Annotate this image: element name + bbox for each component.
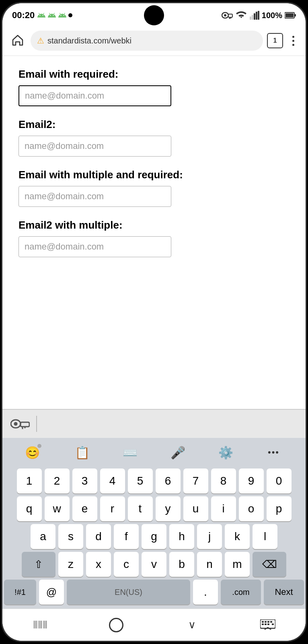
zxcv-row: ⇧ z x c v b n m ⌫ [4, 552, 304, 577]
email-input-2[interactable]: name@domain.com [18, 136, 171, 157]
key-9[interactable]: 9 [239, 469, 264, 493]
menu-dot-1 [292, 36, 294, 38]
key-d[interactable]: d [86, 524, 111, 549]
more-button[interactable]: ••• [262, 442, 286, 463]
key-8[interactable]: 8 [211, 469, 236, 493]
url-bar[interactable]: ⚠ standardista.com/webki [31, 31, 263, 51]
key-z[interactable]: z [58, 552, 83, 577]
clipboard-button[interactable]: 📋 [70, 442, 94, 463]
keyboard-hide-icon [260, 619, 275, 631]
key-6[interactable]: 6 [156, 469, 181, 493]
key-a[interactable]: a [31, 524, 55, 549]
battery-icon [285, 12, 296, 19]
key-r[interactable]: r [100, 496, 125, 521]
signal-icon [250, 11, 259, 20]
mic-button[interactable]: 🎤 [166, 442, 190, 463]
key-2[interactable]: 2 [45, 469, 70, 493]
bottom-row: !#1 @ EN(US) . .com Next [4, 580, 304, 605]
key-7[interactable]: 7 [183, 469, 208, 493]
key-l[interactable]: l [253, 524, 277, 549]
email-input-4[interactable]: name@domain.com [18, 236, 171, 257]
settings-icon: ⚙️ [218, 446, 233, 460]
key-g[interactable]: g [142, 524, 166, 549]
svg-rect-23 [272, 623, 274, 625]
key-bar-divider [36, 416, 37, 432]
number-row: 1 2 3 4 5 6 7 8 9 0 [4, 469, 304, 493]
email-input-3[interactable]: name@domain.com [18, 186, 171, 207]
period-key[interactable]: . [193, 580, 218, 605]
key-h[interactable]: h [169, 524, 194, 549]
symbols-key[interactable]: !#1 [4, 580, 36, 605]
home-button[interactable] [9, 32, 27, 50]
svg-point-14 [14, 422, 18, 426]
phone-frame: 00:20 [1, 2, 307, 642]
email-placeholder-2: name@domain.com [25, 141, 104, 151]
keyboard-switch-button[interactable]: ⌨️ [118, 442, 142, 463]
key-u[interactable]: u [183, 496, 208, 521]
key-5[interactable]: 5 [128, 469, 153, 493]
shift-key[interactable]: ⇧ [22, 552, 55, 577]
camera-notch [144, 5, 164, 25]
clipboard-icon: 📋 [75, 446, 90, 460]
home-nav-button[interactable] [104, 613, 128, 637]
asdf-row: a s d f g h j k l [4, 524, 304, 549]
keyboard-switch-icon: ⌨️ [123, 446, 138, 460]
email-placeholder-1: name@domain.com [25, 91, 104, 101]
key-m[interactable]: m [225, 552, 250, 577]
svg-rect-8 [256, 12, 257, 20]
key-j[interactable]: j [197, 524, 222, 549]
android-icon-3 [58, 11, 67, 20]
key-q[interactable]: q [17, 496, 42, 521]
key-w[interactable]: w [45, 496, 70, 521]
qwerty-row: q w e r t y u i o p [4, 496, 304, 521]
settings-button[interactable]: ⚙️ [214, 442, 238, 463]
key-x[interactable]: x [86, 552, 111, 577]
key-t[interactable]: t [128, 496, 153, 521]
key-o[interactable]: o [239, 496, 264, 521]
svg-rect-15 [21, 422, 29, 427]
key-1[interactable]: 1 [17, 469, 42, 493]
svg-rect-6 [252, 15, 253, 20]
dotcom-key[interactable]: .com [221, 580, 261, 605]
at-key[interactable]: @ [39, 580, 64, 605]
key-y[interactable]: y [156, 496, 181, 521]
tab-button[interactable]: 1 [267, 33, 283, 48]
form-section-2: Email2: name@domain.com [18, 118, 290, 157]
menu-dot-3 [292, 44, 294, 46]
keyboard-toolbar: 😊 📋 ⌨️ 🎤 ⚙️ ••• [2, 438, 306, 467]
security-warning-icon: ⚠ [37, 36, 44, 45]
key-0[interactable]: 0 [267, 469, 292, 493]
time-display: 00:20 [12, 10, 35, 21]
key-e[interactable]: e [72, 496, 97, 521]
svg-rect-5 [250, 17, 251, 20]
more-icon: ••• [268, 447, 279, 458]
key-i[interactable]: i [211, 496, 236, 521]
space-key[interactable]: EN(US) [67, 580, 190, 605]
key-c[interactable]: c [114, 552, 139, 577]
svg-rect-25 [265, 623, 267, 625]
key-4[interactable]: 4 [100, 469, 125, 493]
svg-point-1 [224, 14, 226, 17]
back-nav-button[interactable]: ⫴⫴⫴ [28, 613, 52, 637]
keyboard-hide-button[interactable] [256, 613, 280, 637]
form-label-1: Email with required: [18, 68, 290, 80]
key-p[interactable]: p [267, 496, 292, 521]
android-icon-2 [47, 11, 56, 20]
key-k[interactable]: k [225, 524, 250, 549]
key-b[interactable]: b [169, 552, 194, 577]
next-key[interactable]: Next [264, 580, 304, 605]
menu-button[interactable] [287, 32, 299, 50]
key-3[interactable]: 3 [72, 469, 97, 493]
keyboard: 1 2 3 4 5 6 7 8 9 0 q w e r t y u i [2, 467, 306, 609]
form-section-3: Email with multiple and required: name@d… [18, 169, 290, 207]
key-v[interactable]: v [142, 552, 166, 577]
down-nav-button[interactable]: ∨ [180, 613, 204, 637]
backspace-key[interactable]: ⌫ [253, 552, 286, 577]
key-n[interactable]: n [197, 552, 222, 577]
key-s[interactable]: s [58, 524, 83, 549]
key-f[interactable]: f [114, 524, 139, 549]
svg-rect-12 [294, 14, 296, 17]
emoji-dot [37, 444, 41, 448]
emoji-button[interactable]: 😊 [23, 442, 47, 463]
email-input-1[interactable]: name@domain.com [18, 85, 171, 106]
